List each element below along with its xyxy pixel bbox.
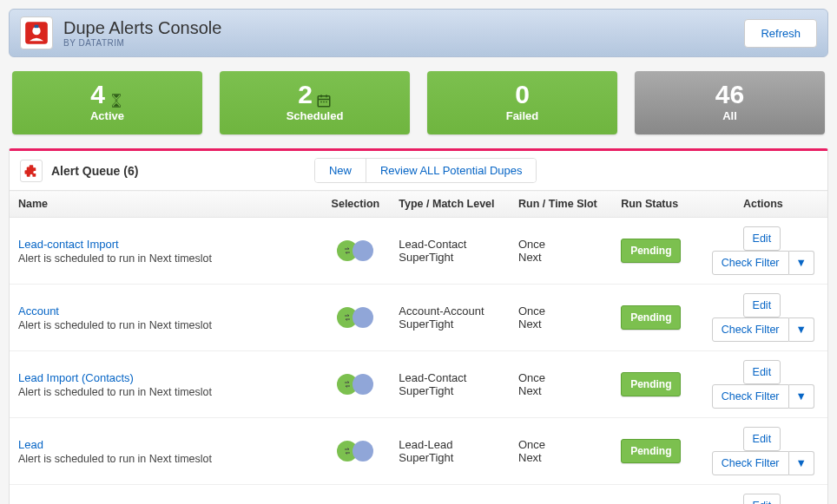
- table-row: AccountAlert is scheduled to run in Next…: [10, 285, 827, 351]
- match-level: SuperTight: [399, 384, 501, 397]
- time-slot: Next: [518, 317, 603, 331]
- time-slot: Next: [518, 384, 603, 397]
- hourglass-icon: [109, 87, 124, 102]
- header-bar: Dupe Alerts Console BY DATATRIM Refresh: [9, 9, 828, 57]
- row-actions-dropdown[interactable]: ▼: [789, 451, 814, 475]
- row-actions-dropdown[interactable]: ▼: [789, 384, 814, 409]
- status-badge: Pending: [621, 305, 681, 330]
- type-line: Account-Account: [399, 304, 501, 317]
- panel-title: Alert Queue (6): [51, 164, 138, 178]
- col-header-name[interactable]: Name: [10, 191, 321, 218]
- type-line: Lead-Contact: [399, 238, 501, 251]
- stat-card-all[interactable]: 46 All: [635, 71, 825, 134]
- selection-icon: [337, 374, 373, 395]
- app-vendor: BY DATATRIM: [63, 38, 221, 48]
- review-dupes-button[interactable]: Review ALL Potential Dupes: [366, 159, 537, 182]
- run-schedule: Once: [518, 304, 603, 317]
- match-level: SuperTight: [399, 251, 501, 264]
- time-slot: Next: [518, 251, 603, 264]
- col-header-selection[interactable]: Selection: [321, 191, 391, 218]
- match-level: SuperTight: [399, 317, 501, 331]
- stat-scheduled-label: Scheduled: [220, 109, 410, 122]
- selection-dot-icon: [353, 374, 373, 395]
- stat-failed-label: Failed: [427, 109, 617, 122]
- alert-name-link[interactable]: Lead: [18, 438, 43, 451]
- check-filter-button[interactable]: Check Filter: [712, 317, 789, 342]
- alert-name-link[interactable]: Lead Import (Contacts): [18, 371, 134, 384]
- status-badge: Pending: [621, 239, 681, 263]
- selection-icon: [337, 441, 373, 461]
- run-schedule: Once: [518, 371, 603, 384]
- check-filter-button[interactable]: Check Filter: [712, 451, 789, 475]
- stat-active-label: Active: [12, 109, 202, 122]
- selection-dot-icon: [353, 307, 373, 328]
- edit-button[interactable]: Edit: [743, 226, 781, 251]
- selection-dot-icon: [353, 441, 373, 461]
- selection-dot-icon: [353, 240, 373, 261]
- table-row: Lead Import (Contacts)Alert is scheduled…: [10, 351, 827, 418]
- app-logo-icon: [20, 16, 53, 49]
- stat-all-label: All: [635, 109, 825, 122]
- table-row: LeadAlert is scheduled to run in Next ti…: [10, 418, 827, 485]
- edit-button[interactable]: Edit: [743, 427, 781, 451]
- svg-point-1: [32, 27, 40, 35]
- selection-icon: [337, 240, 373, 261]
- stat-card-active[interactable]: 4 Active: [12, 71, 202, 134]
- alert-name-link[interactable]: Lead-contact Import: [18, 238, 119, 251]
- stat-failed-value: 0: [515, 82, 530, 108]
- type-line: Lead-Contact: [399, 371, 501, 384]
- table-row: Candidates (TR) - Status + Exact EmailRe…: [10, 485, 827, 505]
- stat-all-value: 46: [715, 82, 744, 108]
- alert-subtext: Alert is scheduled to run in Next timesl…: [18, 252, 313, 265]
- col-header-run[interactable]: Run / Time Slot: [510, 191, 612, 218]
- stat-card-failed[interactable]: 0 Failed: [427, 71, 617, 134]
- stat-card-scheduled[interactable]: 2 Scheduled: [220, 71, 410, 134]
- panel-action-group: New Review ALL Potential Dupes: [314, 158, 537, 183]
- status-badge: Pending: [621, 439, 681, 463]
- edit-button[interactable]: Edit: [743, 293, 781, 317]
- alert-queue-table: Name Selection Type / Match Level Run / …: [10, 190, 827, 504]
- check-filter-button[interactable]: Check Filter: [712, 384, 789, 409]
- row-actions-dropdown[interactable]: ▼: [789, 317, 814, 342]
- alert-subtext: Alert is scheduled to run in Next timesl…: [18, 453, 313, 465]
- refresh-button[interactable]: Refresh: [744, 19, 817, 48]
- svg-rect-2: [35, 25, 39, 29]
- stat-scheduled-value: 2: [298, 82, 313, 108]
- alert-queue-panel: Alert Queue (6) New Review ALL Potential…: [9, 148, 828, 504]
- stat-active-value: 4: [90, 82, 105, 108]
- col-header-type[interactable]: Type / Match Level: [390, 191, 510, 218]
- time-slot: Next: [518, 451, 603, 464]
- type-line: Lead-Lead: [399, 438, 501, 451]
- run-schedule: Once: [518, 238, 603, 251]
- new-alert-button[interactable]: New: [315, 159, 366, 182]
- col-header-status[interactable]: Run Status: [612, 191, 699, 218]
- app-title: Dupe Alerts Console: [63, 18, 221, 38]
- stat-cards-row: 4 Active 2 Scheduled 0 Failed 46 All: [12, 71, 825, 134]
- edit-button[interactable]: Edit: [743, 360, 781, 384]
- table-row: Lead-contact ImportAlert is scheduled to…: [10, 218, 827, 285]
- alert-subtext: Alert is scheduled to run in Next timesl…: [18, 319, 313, 331]
- match-level: SuperTight: [399, 451, 501, 464]
- row-actions-dropdown[interactable]: ▼: [789, 251, 814, 275]
- status-badge: Pending: [621, 372, 681, 396]
- selection-icon: [337, 307, 373, 328]
- alert-subtext: Alert is scheduled to run in Next timesl…: [18, 386, 313, 398]
- alert-name-link[interactable]: Account: [18, 304, 59, 317]
- col-header-actions: Actions: [699, 191, 827, 218]
- calendar-icon: [316, 87, 332, 102]
- run-schedule: Once: [518, 438, 603, 451]
- check-filter-button[interactable]: Check Filter: [712, 251, 789, 275]
- puzzle-icon: [20, 160, 43, 182]
- edit-button[interactable]: Edit: [743, 494, 781, 504]
